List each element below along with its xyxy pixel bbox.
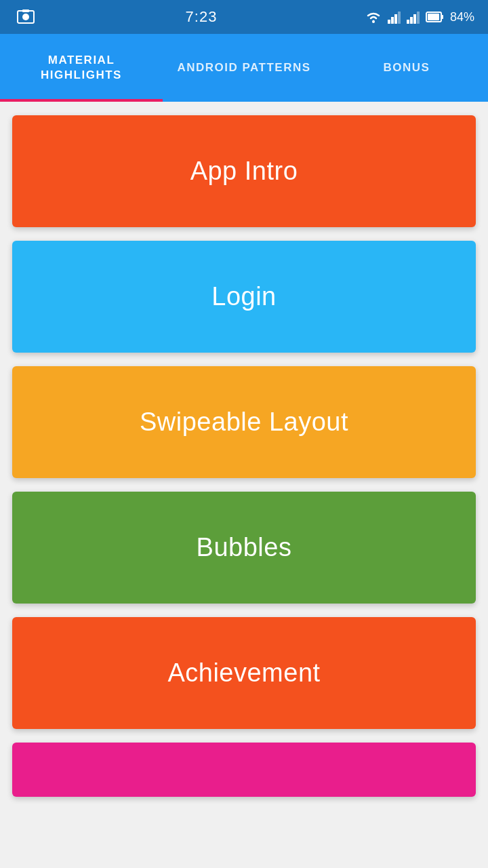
svg-point-1: [22, 14, 29, 20]
svg-rect-7: [398, 12, 401, 24]
svg-rect-13: [441, 15, 443, 19]
signal-icon-1: [388, 10, 401, 24]
status-time: 7:23: [186, 8, 218, 26]
svg-rect-2: [22, 9, 29, 12]
svg-rect-10: [413, 14, 416, 24]
tab-material-highlights-label: MATERIALHIGHLIGHTS: [41, 53, 122, 83]
swipeable-layout-label: Swipeable Layout: [140, 408, 348, 437]
svg-rect-8: [407, 20, 409, 24]
tab-android-patterns-label: ANDROID PATTERNS: [177, 60, 310, 75]
svg-point-3: [372, 20, 375, 23]
login-button[interactable]: Login: [12, 241, 476, 353]
main-content: App Intro Login Swipeable Layout Bubbles…: [0, 102, 488, 810]
tab-android-patterns[interactable]: ANDROID PATTERNS: [163, 34, 325, 102]
wifi-icon: [365, 10, 382, 24]
tab-bonus[interactable]: BONUS: [325, 34, 488, 102]
swipeable-layout-button[interactable]: Swipeable Layout: [12, 366, 476, 478]
app-intro-label: App Intro: [190, 157, 298, 186]
status-bar-right: 84%: [365, 10, 474, 24]
achievement-button[interactable]: Achievement: [12, 617, 476, 729]
app-intro-button[interactable]: App Intro: [12, 115, 476, 227]
bubbles-button[interactable]: Bubbles: [12, 492, 476, 604]
svg-rect-14: [428, 14, 439, 20]
svg-rect-5: [391, 17, 394, 24]
achievement-label: Achievement: [167, 658, 320, 688]
svg-rect-9: [410, 17, 413, 24]
signal-icon-2: [407, 10, 420, 24]
login-label: Login: [211, 282, 276, 311]
tab-bar: MATERIALHIGHLIGHTS ANDROID PATTERNS BONU…: [0, 34, 488, 102]
svg-rect-6: [394, 14, 397, 24]
status-bar-left: [14, 5, 38, 29]
battery-icon: [426, 11, 445, 23]
tab-material-highlights[interactable]: MATERIALHIGHLIGHTS: [0, 34, 163, 102]
photo-icon: [14, 5, 38, 29]
svg-rect-11: [417, 12, 420, 24]
svg-rect-4: [388, 20, 390, 24]
bubbles-label: Bubbles: [197, 533, 292, 562]
status-bar: 7:23 84%: [0, 0, 488, 34]
battery-percent: 84%: [450, 10, 474, 24]
pink-card-button[interactable]: [12, 743, 476, 797]
tab-bonus-label: BONUS: [384, 60, 430, 75]
